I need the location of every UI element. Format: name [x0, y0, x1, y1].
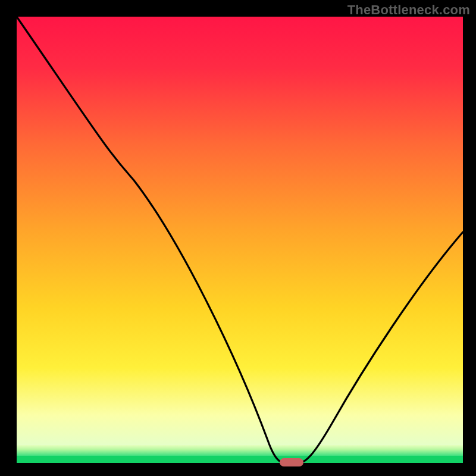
transition-band — [17, 445, 463, 456]
minimum-marker — [280, 458, 303, 466]
green-band — [17, 456, 463, 463]
heatmap-background — [17, 17, 463, 445]
chart-frame: TheBottleneck.com — [0, 0, 476, 476]
bottleneck-chart — [0, 0, 476, 476]
watermark-text: TheBottleneck.com — [347, 2, 470, 18]
